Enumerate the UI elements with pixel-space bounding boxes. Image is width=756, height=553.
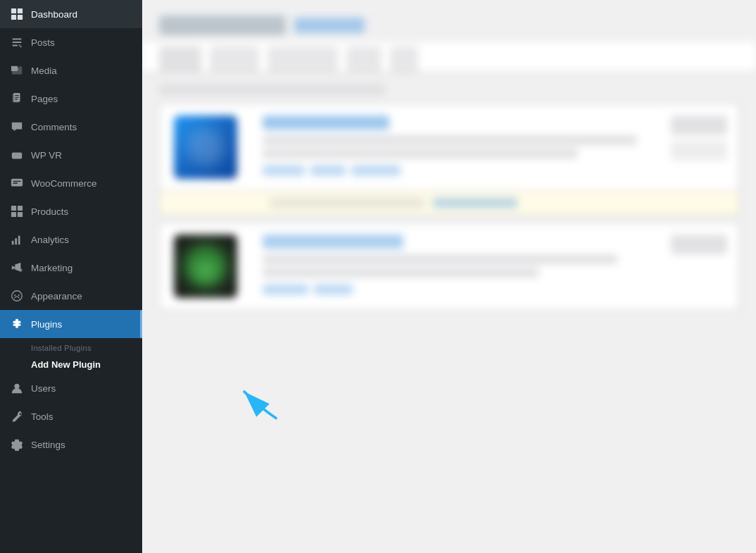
- svg-point-22: [14, 294, 15, 296]
- svg-rect-11: [11, 179, 23, 187]
- svg-rect-17: [15, 238, 17, 244]
- sidebar-sub-item-add-new[interactable]: Add New Plugin: [0, 355, 142, 374]
- svg-rect-18: [18, 236, 20, 245]
- svg-rect-15: [18, 212, 23, 217]
- comments-label: Comments: [31, 122, 77, 132]
- svg-rect-16: [12, 241, 14, 244]
- svg-rect-13: [18, 206, 23, 211]
- posts-label: Posts: [31, 37, 55, 48]
- plugins-label: Plugins: [31, 319, 62, 330]
- marketing-label: Marketing: [31, 263, 73, 273]
- media-label: Media: [31, 66, 57, 76]
- arrow-annotation: [227, 381, 283, 426]
- svg-rect-12: [11, 206, 16, 211]
- settings-label: Settings: [31, 440, 65, 450]
- svg-rect-14: [11, 212, 16, 217]
- plugins-icon: [10, 317, 24, 331]
- svg-rect-3: [18, 15, 23, 20]
- appearance-label: Appearance: [31, 291, 82, 302]
- svg-rect-2: [11, 15, 16, 20]
- sidebar-item-marketing[interactable]: Marketing: [0, 254, 142, 282]
- comments-icon: [10, 120, 24, 134]
- woocommerce-icon: [10, 176, 24, 190]
- sidebar-item-pages[interactable]: Pages: [0, 85, 142, 113]
- tools-label: Tools: [31, 411, 53, 422]
- main-content: [142, 0, 756, 553]
- settings-icon: [10, 437, 24, 452]
- sidebar-item-analytics[interactable]: Analytics: [0, 225, 142, 254]
- sidebar-item-media[interactable]: Media: [0, 56, 142, 85]
- marketing-icon: [10, 261, 24, 275]
- pages-label: Pages: [31, 94, 58, 104]
- installed-plugins-label: Installed Plugins: [0, 338, 142, 355]
- tools-icon: [10, 409, 24, 423]
- appearance-icon: [10, 289, 24, 303]
- svg-rect-0: [11, 8, 16, 13]
- posts-icon: [10, 35, 24, 49]
- woocommerce-label: WooCommerce: [31, 178, 97, 189]
- sidebar-item-posts[interactable]: Posts: [0, 28, 142, 56]
- products-icon: [10, 204, 24, 218]
- svg-point-24: [14, 384, 19, 389]
- sidebar-item-tools[interactable]: Tools: [0, 402, 142, 430]
- analytics-label: Analytics: [31, 235, 69, 245]
- sidebar-item-wpvr[interactable]: WP VR: [0, 141, 142, 169]
- dashboard-icon: [10, 7, 24, 21]
- media-icon: [10, 63, 24, 77]
- svg-point-9: [14, 154, 17, 157]
- sidebar-item-comments[interactable]: Comments: [0, 113, 142, 141]
- sidebar-item-woocommerce[interactable]: WooCommerce: [0, 169, 142, 197]
- sidebar-item-appearance[interactable]: Appearance: [0, 282, 142, 310]
- wpvr-label: WP VR: [31, 150, 62, 161]
- users-label: Users: [31, 383, 56, 394]
- pages-icon: [10, 92, 24, 106]
- sidebar-item-plugins[interactable]: Plugins: [0, 310, 142, 338]
- plugins-submenu: Installed Plugins Add New Plugin: [0, 338, 142, 374]
- svg-rect-8: [12, 152, 22, 159]
- sidebar-item-dashboard[interactable]: Dashboard: [0, 0, 142, 28]
- analytics-icon: [10, 232, 24, 247]
- svg-rect-1: [18, 8, 23, 13]
- wpvr-icon: [10, 148, 24, 162]
- svg-point-10: [18, 154, 20, 157]
- svg-point-21: [12, 291, 22, 301]
- products-label: Products: [31, 206, 68, 217]
- sidebar-item-users[interactable]: Users: [0, 374, 142, 402]
- sidebar-item-settings[interactable]: Settings: [0, 430, 142, 459]
- sidebar: Dashboard Posts Media P: [0, 0, 142, 553]
- svg-point-23: [18, 294, 20, 296]
- add-new-plugin-label: Add New Plugin: [31, 359, 101, 370]
- users-icon: [10, 381, 24, 395]
- svg-point-20: [19, 268, 23, 272]
- dashboard-label: Dashboard: [31, 9, 77, 20]
- sidebar-item-products[interactable]: Products: [0, 197, 142, 225]
